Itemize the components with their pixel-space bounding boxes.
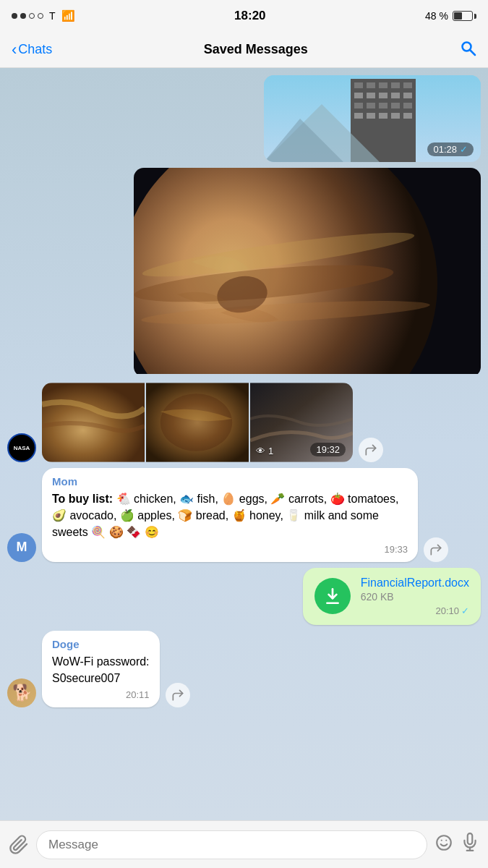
file-time-label: 20:10: [435, 605, 459, 616]
signal-dot-3: [29, 13, 35, 19]
mom-forward-button[interactable]: [424, 537, 448, 562]
doge-time-label: 20:11: [126, 689, 150, 700]
photo-grid-bubble[interactable]: 👁 1 19:32: [42, 383, 353, 462]
wifi-icon: 📶: [61, 9, 75, 22]
status-left: T 📶: [12, 9, 75, 22]
svg-rect-20: [367, 113, 375, 119]
svg-rect-16: [379, 103, 388, 109]
signal-dot-4: [38, 13, 43, 19]
svg-rect-6: [379, 82, 388, 88]
carrier-label: T: [49, 10, 56, 22]
status-right: 48 %: [425, 10, 476, 22]
svg-rect-10: [367, 93, 375, 98]
bottom-toolbar: [0, 820, 488, 868]
eye-icon: 👁: [256, 446, 265, 456]
svg-rect-14: [354, 103, 363, 109]
building-image-bubble[interactable]: 01:28 ✓: [264, 75, 481, 162]
jupiter-large-image: [134, 168, 481, 374]
svg-point-34: [160, 393, 232, 451]
svg-rect-23: [403, 113, 412, 119]
doge-bubble: Doge WoW-Fi password:S0secure007 20:11: [42, 631, 160, 707]
msg-mom-row: M Mom To buy list: 🐔 chicken, 🐟 fish, 🥚 …: [7, 468, 481, 562]
building-time-label: 01:28: [433, 144, 457, 155]
file-bubble[interactable]: FinancialReport.docx 620 KB 20:10 ✓: [303, 568, 481, 625]
doge-forward-button[interactable]: [166, 683, 190, 707]
grid-time-label: 19:32: [316, 444, 340, 455]
file-timestamp: 20:10 ✓: [361, 605, 469, 616]
view-count-overlay: 👁 1: [256, 446, 273, 456]
msg-grid-row: NASA: [7, 383, 481, 462]
msg-jupiter-large: [7, 168, 481, 377]
photo-grid-container: 👁 1: [42, 383, 353, 462]
svg-rect-17: [391, 103, 400, 109]
svg-rect-9: [354, 93, 363, 98]
svg-rect-11: [379, 93, 388, 98]
grid-forward-button[interactable]: [359, 438, 383, 462]
svg-line-1: [470, 50, 475, 55]
chat-area: 01:28 ✓: [0, 68, 488, 820]
svg-rect-13: [403, 93, 412, 98]
nav-bar: ‹ Chats Saved Messages: [0, 32, 488, 68]
mom-sender-name: Mom: [52, 475, 408, 488]
doge-sender-name: Doge: [52, 638, 150, 650]
file-checkmark-icon: ✓: [461, 605, 469, 616]
svg-rect-8: [403, 82, 412, 88]
mom-bubble: Mom To buy list: 🐔 chicken, 🐟 fish, 🥚 eg…: [42, 468, 418, 562]
grid-timestamp: 19:32: [310, 443, 346, 456]
msg-doge-row: 🐕 Doge WoW-Fi password:S0secure007 20:11: [7, 631, 481, 707]
attach-button[interactable]: [9, 835, 29, 855]
svg-rect-22: [391, 113, 400, 119]
building-timestamp: 01:28 ✓: [427, 142, 474, 156]
signal-dot-1: [12, 13, 17, 19]
file-size-label: 620 KB: [361, 591, 469, 603]
mom-timestamp: 19:33: [52, 544, 408, 555]
svg-rect-7: [391, 82, 400, 88]
battery-label: 48 %: [425, 10, 448, 22]
svg-rect-19: [354, 113, 363, 119]
svg-point-38: [437, 835, 451, 850]
svg-rect-5: [367, 82, 375, 88]
jupiter-large-bubble[interactable]: [134, 168, 481, 377]
grid-photo-2: [146, 383, 249, 462]
svg-rect-15: [367, 103, 375, 109]
search-button[interactable]: [459, 39, 476, 61]
back-chevron-icon: ‹: [12, 42, 17, 58]
mom-time-label: 19:33: [384, 544, 408, 555]
back-label: Chats: [18, 42, 52, 57]
mom-avatar: M: [7, 533, 36, 562]
mom-message-text: To buy list: 🐔 chicken, 🐟 fish, 🥚 eggs, …: [52, 490, 408, 541]
file-download-icon: [314, 578, 351, 614]
nasa-avatar: NASA: [7, 433, 36, 462]
battery-icon: [453, 11, 476, 21]
doge-timestamp: 20:11: [52, 689, 150, 700]
signal-dot-2: [20, 13, 26, 19]
sticker-button[interactable]: [435, 833, 453, 856]
msg-file-row: FinancialReport.docx 620 KB 20:10 ✓: [7, 568, 481, 625]
status-time: 18:20: [234, 9, 265, 23]
doge-message-text: WoW-Fi password:S0secure007: [52, 653, 150, 686]
back-button[interactable]: ‹ Chats: [12, 42, 52, 58]
msg-building: 01:28 ✓: [7, 75, 481, 162]
file-info: FinancialReport.docx 620 KB 20:10 ✓: [361, 576, 469, 616]
mic-button[interactable]: [461, 833, 479, 856]
svg-rect-21: [379, 113, 388, 119]
message-input[interactable]: [36, 830, 427, 859]
svg-rect-18: [403, 103, 412, 109]
status-bar: T 📶 18:20 48 %: [0, 0, 488, 32]
file-name-label: FinancialReport.docx: [361, 576, 469, 590]
grid-bubble-wrap: 👁 1 19:32: [42, 383, 353, 462]
svg-rect-4: [354, 82, 363, 88]
view-count-label: 1: [268, 446, 273, 456]
building-checkmark-icon: ✓: [460, 144, 468, 155]
grid-photo-1: [42, 383, 145, 462]
doge-avatar: 🐕: [7, 678, 36, 707]
svg-rect-12: [391, 93, 400, 98]
nav-title: Saved Messages: [204, 42, 308, 57]
